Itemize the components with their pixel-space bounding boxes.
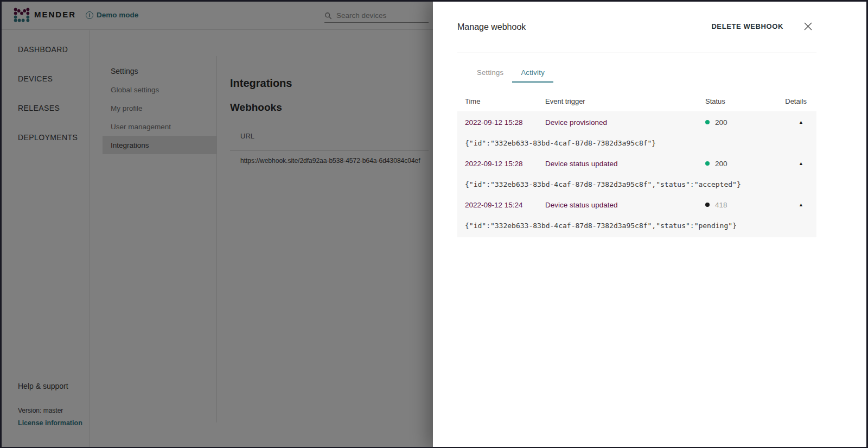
column-status: Status [705,97,758,105]
status-dot [705,203,710,207]
event-payload: {"id":"332eb633-83bd-4caf-87d8-7382d3a95… [457,133,816,153]
activity-row[interactable]: 2022-09-12 15:28 Device status updated 2… [457,153,816,174]
event-time: 2022-09-12 15:28 [465,118,545,127]
event-time: 2022-09-12 15:28 [465,160,545,168]
status-dot [705,120,710,124]
column-event-trigger: Event trigger [545,97,705,105]
event-payload: {"id":"332eb633-83bd-4caf-87d8-7382d3a95… [457,174,816,194]
delete-webhook-button[interactable]: DELETE WEBHOOK [711,22,783,30]
status-code: 418 [715,201,727,209]
activity-table-header: Time Event trigger Status Details [457,94,816,108]
event-trigger: Device provisioned [545,118,705,127]
event-trigger: Device status updated [545,201,705,209]
close-icon[interactable] [803,22,812,30]
collapse-toggle-icon[interactable]: ▲ [758,119,807,125]
drawer-tabs: Settings Activity [468,62,553,82]
drawer-header-divider [457,53,816,53]
window-border [0,0,868,2]
column-time: Time [465,97,545,105]
collapse-toggle-icon[interactable]: ▲ [758,202,807,207]
event-payload: {"id":"332eb633-83bd-4caf-87d8-7382d3a95… [457,216,816,235]
tab-activity[interactable]: Activity [512,62,553,82]
activity-list: 2022-09-12 15:28 Device provisioned 200 … [457,111,816,237]
activity-row[interactable]: 2022-09-12 15:28 Device provisioned 200 … [457,111,816,133]
collapse-toggle-icon[interactable]: ▲ [758,161,807,166]
activity-row[interactable]: 2022-09-12 15:24 Device status updated 4… [457,194,816,216]
tab-settings[interactable]: Settings [468,62,512,82]
drawer-actions: DELETE WEBHOOK [711,22,812,30]
status-dot [705,161,710,166]
status-code: 200 [715,118,727,127]
window-border [0,0,2,448]
manage-webhook-drawer: Manage webhook DELETE WEBHOOK Settings A… [433,0,868,448]
drawer-title: Manage webhook [457,22,526,32]
status-code: 200 [715,160,727,168]
column-details: Details [758,97,807,105]
event-trigger: Device status updated [545,160,705,168]
event-time: 2022-09-12 15:24 [465,201,545,209]
